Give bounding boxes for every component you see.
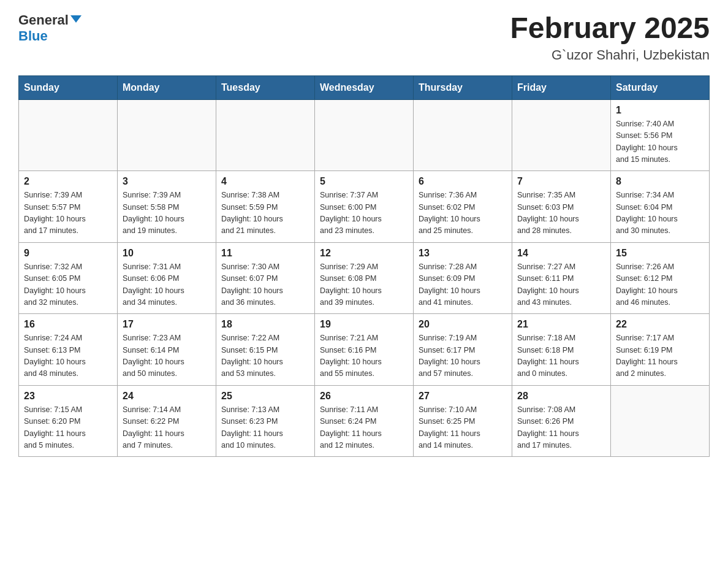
day-info: Sunrise: 7:36 AMSunset: 6:02 PMDaylight:…: [419, 190, 507, 237]
title-section: February 2025 G`uzor Shahri, Uzbekistan: [510, 12, 710, 63]
week-row-5: 23Sunrise: 7:15 AMSunset: 6:20 PMDayligh…: [19, 385, 710, 457]
month-title: February 2025: [510, 12, 710, 45]
calendar-cell: [512, 99, 611, 171]
day-number: 23: [24, 391, 112, 402]
calendar-cell: 12Sunrise: 7:29 AMSunset: 6:08 PMDayligh…: [315, 242, 414, 314]
calendar-cell: 6Sunrise: 7:36 AMSunset: 6:02 PMDaylight…: [414, 171, 512, 243]
calendar-cell: 22Sunrise: 7:17 AMSunset: 6:19 PMDayligh…: [611, 314, 710, 386]
day-number: 3: [123, 176, 211, 187]
calendar-cell: 19Sunrise: 7:21 AMSunset: 6:16 PMDayligh…: [315, 314, 414, 386]
day-info: Sunrise: 7:35 AMSunset: 6:03 PMDaylight:…: [517, 190, 605, 237]
day-number: 19: [320, 319, 408, 330]
day-info: Sunrise: 7:15 AMSunset: 6:20 PMDaylight:…: [24, 404, 112, 452]
calendar-cell: 9Sunrise: 7:32 AMSunset: 6:05 PMDaylight…: [19, 242, 118, 314]
day-number: 25: [221, 391, 309, 402]
day-number: 28: [517, 391, 605, 402]
day-number: 4: [221, 176, 309, 187]
week-row-3: 9Sunrise: 7:32 AMSunset: 6:05 PMDaylight…: [19, 242, 710, 314]
day-info: Sunrise: 7:31 AMSunset: 6:06 PMDaylight:…: [123, 261, 211, 309]
day-info: Sunrise: 7:23 AMSunset: 6:14 PMDaylight:…: [123, 332, 211, 380]
day-info: Sunrise: 7:18 AMSunset: 6:18 PMDaylight:…: [517, 332, 605, 380]
day-number: 11: [221, 248, 309, 259]
calendar-cell: 23Sunrise: 7:15 AMSunset: 6:20 PMDayligh…: [19, 385, 118, 457]
calendar-cell: 4Sunrise: 7:38 AMSunset: 5:59 PMDaylight…: [216, 171, 315, 243]
calendar-cell: [611, 385, 710, 457]
calendar-cell: 18Sunrise: 7:22 AMSunset: 6:15 PMDayligh…: [216, 314, 315, 386]
day-info: Sunrise: 7:39 AMSunset: 5:57 PMDaylight:…: [24, 190, 112, 237]
day-info: Sunrise: 7:40 AMSunset: 5:56 PMDaylight:…: [616, 118, 704, 166]
day-info: Sunrise: 7:13 AMSunset: 6:23 PMDaylight:…: [221, 404, 309, 452]
calendar-cell: 16Sunrise: 7:24 AMSunset: 6:13 PMDayligh…: [19, 314, 118, 386]
weekday-header-row: SundayMondayTuesdayWednesdayThursdayFrid…: [19, 75, 710, 99]
calendar-cell: 24Sunrise: 7:14 AMSunset: 6:22 PMDayligh…: [118, 385, 216, 457]
calendar-cell: 21Sunrise: 7:18 AMSunset: 6:18 PMDayligh…: [512, 314, 611, 386]
weekday-header-sunday: Sunday: [19, 75, 118, 99]
calendar-cell: 14Sunrise: 7:27 AMSunset: 6:11 PMDayligh…: [512, 242, 611, 314]
location-subtitle: G`uzor Shahri, Uzbekistan: [510, 47, 710, 63]
weekday-header-saturday: Saturday: [611, 75, 710, 99]
calendar-cell: 17Sunrise: 7:23 AMSunset: 6:14 PMDayligh…: [118, 314, 216, 386]
day-number: 10: [123, 248, 211, 259]
day-number: 13: [419, 248, 507, 259]
day-number: 1: [616, 105, 704, 116]
calendar-cell: 10Sunrise: 7:31 AMSunset: 6:06 PMDayligh…: [118, 242, 216, 314]
weekday-header-friday: Friday: [512, 75, 611, 99]
calendar-table: SundayMondayTuesdayWednesdayThursdayFrid…: [18, 75, 710, 458]
week-row-2: 2Sunrise: 7:39 AMSunset: 5:57 PMDaylight…: [19, 171, 710, 243]
day-info: Sunrise: 7:08 AMSunset: 6:26 PMDaylight:…: [517, 404, 605, 452]
logo: General Blue: [18, 12, 82, 44]
day-number: 26: [320, 391, 408, 402]
day-info: Sunrise: 7:32 AMSunset: 6:05 PMDaylight:…: [24, 261, 112, 309]
day-info: Sunrise: 7:21 AMSunset: 6:16 PMDaylight:…: [320, 332, 408, 380]
day-info: Sunrise: 7:39 AMSunset: 5:58 PMDaylight:…: [123, 190, 211, 237]
day-number: 9: [24, 248, 112, 259]
day-number: 7: [517, 176, 605, 187]
weekday-header-monday: Monday: [118, 75, 216, 99]
day-info: Sunrise: 7:26 AMSunset: 6:12 PMDaylight:…: [616, 261, 704, 309]
calendar-cell: 13Sunrise: 7:28 AMSunset: 6:09 PMDayligh…: [414, 242, 512, 314]
day-info: Sunrise: 7:24 AMSunset: 6:13 PMDaylight:…: [24, 332, 112, 380]
calendar-cell: 11Sunrise: 7:30 AMSunset: 6:07 PMDayligh…: [216, 242, 315, 314]
calendar-cell: 15Sunrise: 7:26 AMSunset: 6:12 PMDayligh…: [611, 242, 710, 314]
calendar-cell: 25Sunrise: 7:13 AMSunset: 6:23 PMDayligh…: [216, 385, 315, 457]
day-number: 21: [517, 319, 605, 330]
page-header: General Blue February 2025 G`uzor Shahri…: [18, 12, 710, 63]
day-info: Sunrise: 7:34 AMSunset: 6:04 PMDaylight:…: [616, 190, 704, 237]
day-info: Sunrise: 7:30 AMSunset: 6:07 PMDaylight:…: [221, 261, 309, 309]
logo-general-text: General: [18, 12, 69, 28]
day-info: Sunrise: 7:14 AMSunset: 6:22 PMDaylight:…: [123, 404, 211, 452]
calendar-cell: 5Sunrise: 7:37 AMSunset: 6:00 PMDaylight…: [315, 171, 414, 243]
day-number: 18: [221, 319, 309, 330]
day-number: 17: [123, 319, 211, 330]
calendar-cell: 20Sunrise: 7:19 AMSunset: 6:17 PMDayligh…: [414, 314, 512, 386]
calendar-cell: 8Sunrise: 7:34 AMSunset: 6:04 PMDaylight…: [611, 171, 710, 243]
day-number: 16: [24, 319, 112, 330]
calendar-cell: 3Sunrise: 7:39 AMSunset: 5:58 PMDaylight…: [118, 171, 216, 243]
day-info: Sunrise: 7:27 AMSunset: 6:11 PMDaylight:…: [517, 261, 605, 309]
calendar-cell: [315, 99, 414, 171]
weekday-header-thursday: Thursday: [414, 75, 512, 99]
calendar-cell: [414, 99, 512, 171]
calendar-cell: 1Sunrise: 7:40 AMSunset: 5:56 PMDaylight…: [611, 99, 710, 171]
calendar-cell: [216, 99, 315, 171]
day-info: Sunrise: 7:19 AMSunset: 6:17 PMDaylight:…: [419, 332, 507, 380]
calendar-cell: 26Sunrise: 7:11 AMSunset: 6:24 PMDayligh…: [315, 385, 414, 457]
calendar-cell: 2Sunrise: 7:39 AMSunset: 5:57 PMDaylight…: [19, 171, 118, 243]
logo-triangle-icon: [70, 15, 82, 23]
day-info: Sunrise: 7:28 AMSunset: 6:09 PMDaylight:…: [419, 261, 507, 309]
day-number: 24: [123, 391, 211, 402]
weekday-header-wednesday: Wednesday: [315, 75, 414, 99]
calendar-cell: 7Sunrise: 7:35 AMSunset: 6:03 PMDaylight…: [512, 171, 611, 243]
day-number: 8: [616, 176, 704, 187]
week-row-1: 1Sunrise: 7:40 AMSunset: 5:56 PMDaylight…: [19, 99, 710, 171]
day-info: Sunrise: 7:11 AMSunset: 6:24 PMDaylight:…: [320, 404, 408, 452]
week-row-4: 16Sunrise: 7:24 AMSunset: 6:13 PMDayligh…: [19, 314, 710, 386]
weekday-header-tuesday: Tuesday: [216, 75, 315, 99]
day-info: Sunrise: 7:37 AMSunset: 6:00 PMDaylight:…: [320, 190, 408, 237]
day-number: 12: [320, 248, 408, 259]
day-number: 27: [419, 391, 507, 402]
day-number: 5: [320, 176, 408, 187]
day-number: 22: [616, 319, 704, 330]
calendar-cell: 28Sunrise: 7:08 AMSunset: 6:26 PMDayligh…: [512, 385, 611, 457]
day-info: Sunrise: 7:38 AMSunset: 5:59 PMDaylight:…: [221, 190, 309, 237]
